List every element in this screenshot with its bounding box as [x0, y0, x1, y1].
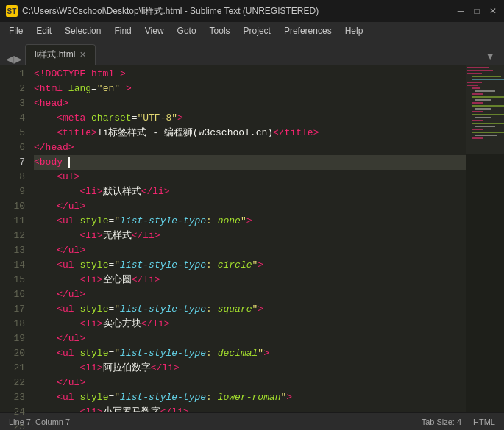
syntax-type[interactable]: HTML: [473, 418, 495, 426]
code-line-12: <li>无样式</li>: [34, 229, 466, 243]
close-button[interactable]: ✕: [488, 6, 498, 16]
line-num-25: 25: [0, 420, 25, 430]
line-num-21: 21: [0, 361, 25, 376]
menu-view[interactable]: View: [139, 24, 170, 37]
line-num-18: 18: [0, 317, 25, 332]
line-num-7: 7: [0, 155, 25, 170]
menu-file[interactable]: File: [3, 24, 29, 37]
code-line-4: <meta charset="UTF-8">: [34, 111, 466, 126]
code-line-20: <ul style="list-style-type: decimal">: [34, 346, 466, 361]
code-line-3: <head>: [34, 96, 466, 111]
tab-dropdown-button[interactable]: ▼: [482, 47, 498, 65]
line-num-11: 11: [0, 214, 25, 229]
tab-size[interactable]: Tab Size: 4: [422, 418, 461, 426]
line-num-5: 5: [0, 126, 25, 140]
line-num-14: 14: [0, 258, 25, 273]
code-line-23: <ul style="list-style-type: lower-roman"…: [34, 390, 466, 405]
line-num-10: 10: [0, 199, 25, 214]
maximize-button[interactable]: □: [472, 6, 482, 16]
minimap: [466, 65, 504, 412]
minimize-button[interactable]: ─: [455, 6, 466, 16]
line-num-17: 17: [0, 302, 25, 317]
menu-project[interactable]: Project: [238, 24, 277, 37]
line-num-15: 15: [0, 273, 25, 287]
menu-goto[interactable]: Goto: [171, 24, 202, 37]
status-bar: Line 7, Column 7 Tab Size: 4 HTML: [0, 412, 504, 430]
svg-rect-25: [466, 65, 504, 154]
line-num-13: 13: [0, 243, 25, 258]
code-editor[interactable]: <!DOCTYPE html > <html lang="en" > <head…: [31, 65, 466, 412]
title-bar-left: ST C:\Users\W3Cschool\Desktop\li样式.html …: [6, 5, 319, 18]
code-line-5: <title>li标签样式 - 编程狮(w3cschool.cn)</title…: [34, 126, 466, 140]
editor-container: 1 2 3 4 5 6 7 8 9 10 11 12 13 14 15 16 1…: [0, 65, 504, 412]
code-line-15: <li>空心圆</li>: [34, 273, 466, 287]
minimap-svg: [466, 65, 504, 412]
line-num-12: 12: [0, 229, 25, 243]
menu-help[interactable]: Help: [339, 24, 369, 37]
tab-nav-left[interactable]: ◀▶: [6, 53, 22, 65]
title-text: C:\Users\W3Cschool\Desktop\li样式.html - S…: [22, 5, 319, 18]
line-numbers: 1 2 3 4 5 6 7 8 9 10 11 12 13 14 15 16 1…: [0, 65, 31, 412]
code-line-6: </head>: [34, 140, 466, 155]
menu-edit[interactable]: Edit: [30, 24, 57, 37]
line-num-22: 22: [0, 376, 25, 390]
line-num-9: 9: [0, 184, 25, 199]
tab-li-html[interactable]: li样式.html ✕: [25, 44, 96, 65]
code-line-1: <!DOCTYPE html >: [34, 67, 466, 82]
line-num-4: 4: [0, 111, 25, 126]
code-line-16: </ul>: [34, 287, 466, 302]
code-line-18: <li>实心方块</li>: [34, 317, 466, 332]
line-num-19: 19: [0, 332, 25, 346]
code-line-21: <li>阿拉伯数字</li>: [34, 361, 466, 376]
line-num-23: 23: [0, 390, 25, 405]
menu-tools[interactable]: Tools: [204, 24, 236, 37]
code-line-7: <body: [34, 155, 466, 170]
code-line-13: </ul>: [34, 243, 466, 258]
tab-close-button[interactable]: ✕: [79, 50, 86, 60]
tab-bar: ◀▶ li样式.html ✕ ▼: [0, 40, 504, 65]
code-line-22: </ul>: [34, 376, 466, 390]
title-bar: ST C:\Users\W3Cschool\Desktop\li样式.html …: [0, 0, 504, 22]
menu-selection[interactable]: Selection: [59, 24, 107, 37]
line-num-8: 8: [0, 170, 25, 184]
menu-find[interactable]: Find: [108, 24, 137, 37]
code-line-2: <html lang="en" >: [34, 82, 466, 96]
menu-preferences[interactable]: Preferences: [278, 24, 338, 37]
window-controls: ─ □ ✕: [455, 6, 498, 16]
code-line-14: <ul style="list-style-type: circle">: [34, 258, 466, 273]
line-num-24: 24: [0, 405, 25, 420]
tab-label: li样式.html: [35, 49, 75, 61]
code-line-11: <ul style="list-style-type: none">: [34, 214, 466, 229]
line-num-3: 3: [0, 96, 25, 111]
code-line-10: </ul>: [34, 199, 466, 214]
code-line-19: </ul>: [34, 332, 466, 346]
line-num-1: 1: [0, 67, 25, 82]
line-num-16: 16: [0, 287, 25, 302]
code-line-8: <ul>: [34, 170, 466, 184]
code-line-24: <li>小写罗马数字</li>: [34, 405, 466, 412]
status-right: Tab Size: 4 HTML: [422, 418, 495, 426]
code-line-9: <li>默认样式</li>: [34, 184, 466, 199]
menu-bar: File Edit Selection Find View Goto Tools…: [0, 22, 504, 40]
code-line-17: <ul style="list-style-type: square">: [34, 302, 466, 317]
line-num-20: 20: [0, 346, 25, 361]
line-num-2: 2: [0, 82, 25, 96]
app-icon: ST: [6, 5, 18, 17]
line-num-6: 6: [0, 140, 25, 155]
